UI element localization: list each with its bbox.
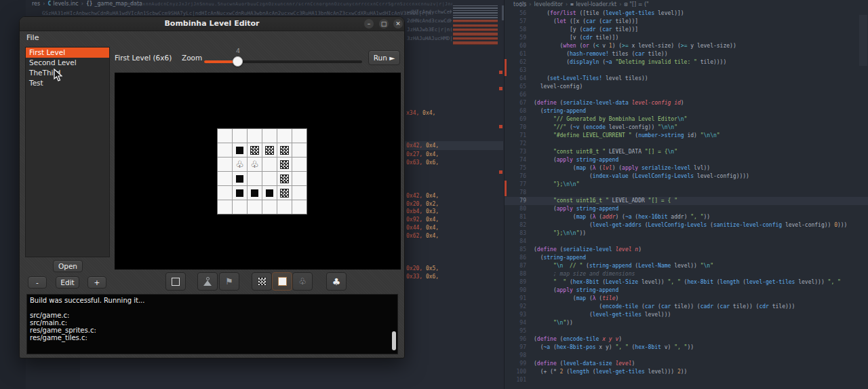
code-line[interactable]: 81 (map (λ (addr) (~a (hex-16bit addr) "… xyxy=(505,213,868,221)
code-line[interactable]: 90 (apply string-append xyxy=(505,286,868,295)
player-tile-button[interactable] xyxy=(197,272,218,291)
code-line[interactable]: 74 (apply string-append xyxy=(505,156,868,164)
code-line[interactable]: 93 (level-get-tiles level))) xyxy=(505,311,868,319)
grid-cell[interactable]: ♧ xyxy=(248,158,262,171)
code-line[interactable]: 65 level-config) xyxy=(505,83,868,91)
grid-cell[interactable] xyxy=(218,143,232,157)
grid-cell[interactable] xyxy=(248,186,262,200)
level-list-item[interactable]: Second Level xyxy=(26,58,109,68)
code-line[interactable]: 72 xyxy=(505,140,868,148)
grid-cell[interactable] xyxy=(292,172,307,185)
code-line[interactable]: 66 xyxy=(505,91,868,99)
grid-cell[interactable] xyxy=(233,143,247,157)
grid-cell[interactable] xyxy=(262,172,277,185)
code-line[interactable]: 58 [y (cadr (car tile))] xyxy=(505,26,868,34)
code-line[interactable]: 70 "//" (~v (encode level-config)) "\n\n… xyxy=(505,124,868,132)
code-line[interactable]: 84 xyxy=(505,238,868,246)
code-line[interactable]: 62 (displayln (~a "Deleting invalid tile… xyxy=(505,58,868,67)
grid-cell[interactable] xyxy=(248,172,262,185)
code-line[interactable]: 59 [v (cdr tile)]) xyxy=(505,34,868,42)
grid-cell[interactable] xyxy=(218,129,232,143)
code-line[interactable]: 91 (map (λ (tile) xyxy=(505,295,868,303)
code-line[interactable]: 94 "\n")) xyxy=(505,319,868,327)
grid-cell[interactable] xyxy=(277,158,292,171)
title-bar[interactable]: Bombinha Level Editor – □ ✕ xyxy=(20,17,404,31)
code-line[interactable]: 60 (when (or (< v 1) (>= x level-size) (… xyxy=(505,42,868,50)
code-line[interactable]: 71 "#define LEVEL_CURRENT " (number->str… xyxy=(505,132,868,140)
breadcrumb-item[interactable]: levels.inc xyxy=(53,1,78,7)
code-line[interactable]: 80 (apply string-append xyxy=(505,205,868,213)
grid-cell[interactable] xyxy=(292,129,307,143)
grid-cell[interactable] xyxy=(218,186,232,200)
code-line[interactable]: 67(define (serialize-level-data level-co… xyxy=(505,99,868,107)
grid-cell[interactable] xyxy=(292,186,307,200)
grid-cell[interactable] xyxy=(262,129,277,143)
code-line[interactable]: 68 (string-append xyxy=(505,107,868,115)
grid-cell[interactable] xyxy=(292,158,307,171)
code-lines[interactable]: 5556 (for/list ([tile (level-get-tiles l… xyxy=(505,1,868,384)
code-line[interactable]: 56 (for/list ([tile (level-get-tiles lev… xyxy=(505,10,868,18)
code-line[interactable]: 96(define (encode-tile x y v) xyxy=(505,335,868,344)
grid-cell[interactable] xyxy=(277,172,292,185)
close-button[interactable]: ✕ xyxy=(393,19,403,29)
level-canvas[interactable]: ♧♧ xyxy=(115,73,401,270)
minimize-button[interactable]: – xyxy=(364,19,374,29)
run-button[interactable]: Run ► xyxy=(368,50,400,65)
code-line[interactable]: 87 "\n // " (string-append (Level-Name l… xyxy=(505,262,868,270)
code-line[interactable]: 73 "const uint8_t " LEVEL_DATA "[] = {\n… xyxy=(505,148,868,156)
code-line[interactable]: 76 (index-value (LevelConfig-Levels leve… xyxy=(505,172,868,181)
build-console[interactable]: Build was successful. Running it...src/g… xyxy=(26,294,398,354)
grid-cell[interactable] xyxy=(248,143,262,157)
grid-cell[interactable] xyxy=(262,186,277,200)
code-line[interactable]: 85(define (serialize-level level n) xyxy=(505,246,868,254)
minimap[interactable] xyxy=(859,15,867,66)
code-line[interactable]: 92 (encode-tile (car (car tile)) (cadr (… xyxy=(505,303,868,311)
code-line[interactable]: 99(define (level-data-size level) xyxy=(505,360,868,368)
brick-tile-button[interactable] xyxy=(252,272,272,291)
code-line[interactable]: 64 (set-Level-Tiles! level tiles)) xyxy=(505,75,868,83)
code-line[interactable]: 79 "const uint16_t " LEVEL_ADDR "[] = { … xyxy=(505,197,868,205)
flag-tile-button[interactable]: ⚑ xyxy=(219,272,239,291)
open-button[interactable]: Open xyxy=(53,260,83,272)
code-line[interactable]: 57 (let ([x (car (car tile))] xyxy=(505,18,868,26)
level-list[interactable]: First LevelSecond LevelTheThirdTest xyxy=(25,47,110,257)
code-line[interactable]: 89 " " (hex-8bit (Level-Size level)) ", … xyxy=(505,278,868,286)
code-line[interactable]: 77 "};\n\n" xyxy=(505,181,868,189)
grid-cell[interactable] xyxy=(292,200,307,214)
code-line[interactable]: 98 xyxy=(505,352,868,360)
code-line[interactable]: 61 (hash-remove! tiles (car tile)) xyxy=(505,50,868,58)
clover-outline-tile-button[interactable]: ♧ xyxy=(292,272,313,291)
grid-cell[interactable] xyxy=(218,200,232,214)
grid-cell[interactable] xyxy=(218,158,232,171)
breadcrumb-item[interactable]: level-loader.rkt xyxy=(576,1,616,7)
console-scrollbar[interactable] xyxy=(392,331,396,350)
grid-cell[interactable] xyxy=(262,158,277,171)
grid-cell[interactable] xyxy=(262,143,277,157)
code-editor[interactable]: tools›leveleditor›≡level-loader.rkt›⊡"[]… xyxy=(504,0,868,389)
code-line[interactable]: 69 "// Generated by Bombinha Level Edito… xyxy=(505,115,868,124)
increase-button[interactable]: + xyxy=(87,276,106,289)
breadcrumb[interactable]: tools›leveleditor›≡level-loader.rkt›⊡"[]… xyxy=(513,1,649,8)
grid-cell[interactable] xyxy=(233,200,247,214)
zoom-slider[interactable] xyxy=(204,60,362,63)
level-list-item[interactable]: First Level xyxy=(26,48,109,58)
grid-cell[interactable] xyxy=(248,200,262,214)
code-line[interactable]: 63 xyxy=(505,67,868,75)
grid-cell[interactable]: ♧ xyxy=(233,158,247,171)
edit-button[interactable]: Edit xyxy=(56,276,79,289)
code-line[interactable]: 86 (string-append xyxy=(505,254,868,262)
code-line[interactable]: 101 xyxy=(505,376,868,384)
breadcrumb-item[interactable]: res xyxy=(32,1,40,7)
clover-tile-button[interactable]: ♣ xyxy=(326,272,347,291)
grid-cell[interactable] xyxy=(262,200,277,214)
code-line[interactable]: 75 (map (λ (lvl) (apply serialize-level … xyxy=(505,164,868,172)
grid-cell[interactable] xyxy=(277,143,292,157)
menu-file[interactable]: File xyxy=(26,33,39,42)
code-line[interactable]: 78 xyxy=(505,189,868,197)
code-line[interactable]: 88 ; map size and dimensions xyxy=(505,270,868,278)
grid-cell[interactable] xyxy=(292,143,307,157)
grid-cell[interactable] xyxy=(233,186,247,200)
breadcrumb-item[interactable]: leveleditor xyxy=(534,1,564,7)
grid-cell[interactable] xyxy=(277,129,292,143)
code-line[interactable]: 97 (~a (hex-8bit-pos x y) ", " (hex-8bit… xyxy=(505,344,868,352)
